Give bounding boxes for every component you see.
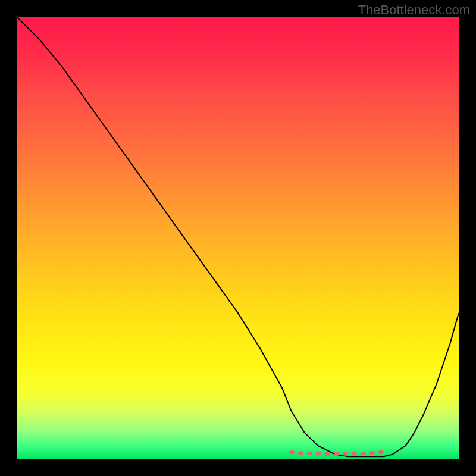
watermark-text: TheBottleneck.com bbox=[358, 2, 470, 18]
chart-plot-area bbox=[17, 17, 459, 459]
chart-svg bbox=[17, 17, 459, 459]
optimal-dots bbox=[291, 451, 388, 454]
bottleneck-curve bbox=[17, 17, 459, 456]
optimal-range-line bbox=[291, 451, 388, 454]
